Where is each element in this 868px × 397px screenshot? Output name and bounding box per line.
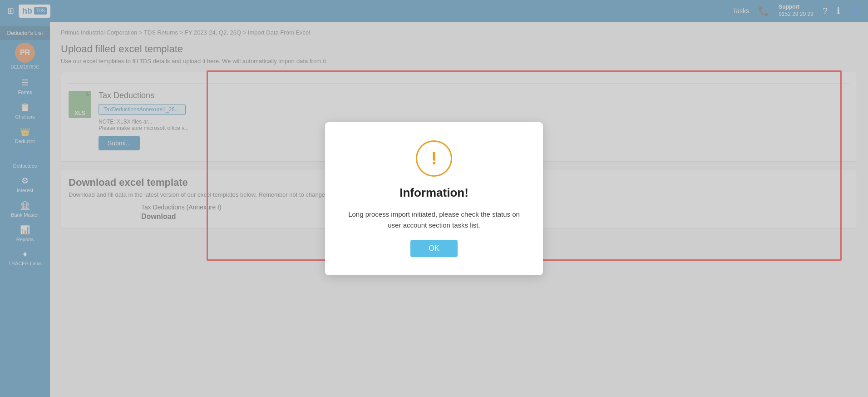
modal-title: Information!	[399, 186, 469, 200]
warning-exclamation: !	[431, 148, 437, 169]
modal-message: Long process import initiated, please ch…	[348, 209, 520, 231]
modal-dialog: ! Information! Long process import initi…	[325, 122, 543, 275]
modal-ok-button[interactable]: OK	[410, 240, 457, 257]
warning-circle-icon: !	[416, 140, 452, 177]
overlay: ! Information! Long process import initi…	[0, 0, 868, 397]
